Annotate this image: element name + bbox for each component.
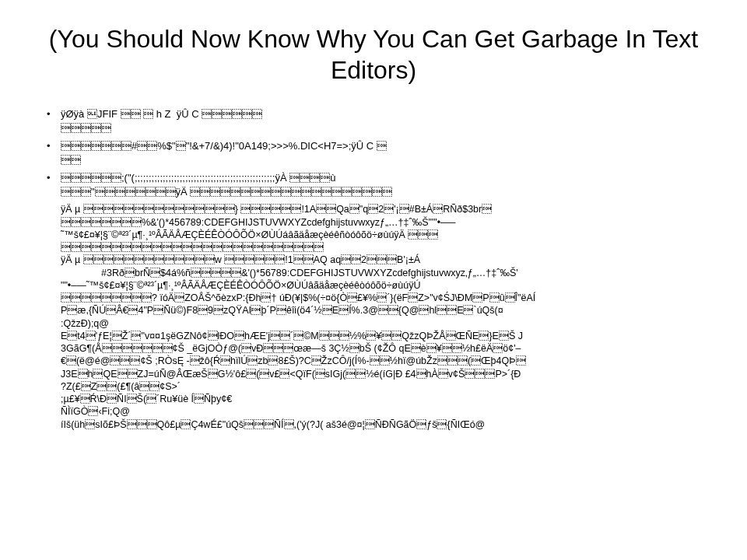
bullet-text: ;("(;;;;;;;;;;;;;;;;;;;;;;;;;;;;;;… xyxy=(61,171,700,198)
garbage-block: ÿÄ µ } !1AQa"q2… xyxy=(61,203,700,431)
slide: (You Should Now Know Why You Can Get Gar… xyxy=(0,0,747,560)
bullet-marker: • xyxy=(47,107,61,135)
bullet-marker: • xyxy=(47,171,61,198)
bullet-marker: • xyxy=(47,139,61,166)
bullet-text: #%$""!&+7/&)4)!"0A149;>>>%.DIC… xyxy=(61,139,700,166)
bullet-item: • ÿØÿà JFIF   h Z ÿÛ C   xyxy=(47,107,700,135)
slide-content: • ÿØÿà JFIF   h Z ÿÛ C   … xyxy=(47,107,700,431)
slide-title: (You Should Now Know Why You Can Get Gar… xyxy=(47,23,700,86)
bullet-item: • ;("(;;;;;;;;;;;;;;;;;;;;;;;;;;;;… xyxy=(47,171,700,198)
bullet-item: • #%$""!&+7/&)4)!"0A149;>>>%.D… xyxy=(47,139,700,166)
bullet-text: ÿØÿà JFIF   h Z ÿÛ C   xyxy=(61,107,700,135)
